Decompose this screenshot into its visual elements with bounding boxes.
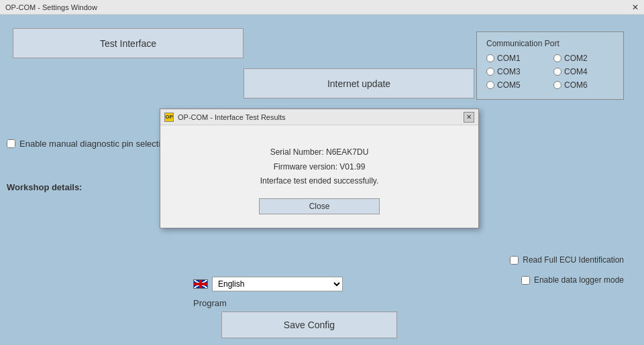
com2-radio[interactable] <box>553 54 561 62</box>
manual-diag-label[interactable]: Enable manual diagnostic pin selection <box>7 139 170 149</box>
com4-radio-item[interactable]: COM4 <box>553 67 614 76</box>
com2-radio-item[interactable]: COM2 <box>553 54 614 63</box>
window-close-button[interactable]: ✕ <box>632 3 639 12</box>
manual-diag-checkbox[interactable] <box>7 139 15 148</box>
modal-close-button[interactable]: Close <box>259 198 380 214</box>
com6-radio-item[interactable]: COM6 <box>553 80 614 90</box>
com3-label: COM3 <box>497 67 521 76</box>
manual-diag-text: Enable manual diagnostic pin selection <box>19 139 170 149</box>
title-bar: OP-COM - Settings Window ✕ <box>0 0 644 15</box>
com6-label: COM6 <box>564 80 588 90</box>
modal-close-x-button[interactable]: ✕ <box>464 112 474 123</box>
com-port-legend: Communication Port <box>486 39 614 48</box>
uk-flag-vertical <box>199 280 202 288</box>
title-bar-text: OP-COM - Settings Window <box>5 3 97 11</box>
com-port-grid: COM1 COM2 COM3 COM4 COM5 COM6 <box>486 54 614 90</box>
communication-port-panel: Communication Port COM1 COM2 COM3 COM4 C… <box>476 31 624 100</box>
com5-radio[interactable] <box>486 81 494 89</box>
read-ecu-text: Read Full ECU Identification <box>523 255 624 265</box>
main-content: Test Interface Internet update Communica… <box>0 15 644 345</box>
test-interface-button[interactable]: Test Interface <box>13 28 244 58</box>
com6-radio[interactable] <box>553 81 561 89</box>
modal-title-bar: OP OP-COM - Interface Test Results ✕ <box>160 109 478 125</box>
modal-firmware-version: Firmware version: V01.99 <box>274 160 366 175</box>
com1-radio[interactable] <box>486 54 494 62</box>
program-label: Program <box>193 298 227 308</box>
com5-label: COM5 <box>497 80 521 90</box>
com1-label: COM1 <box>497 54 521 63</box>
language-select[interactable]: English German French Spanish Italian Po… <box>212 277 343 291</box>
language-selector-wrap: English German French Spanish Italian Po… <box>193 277 343 291</box>
workshop-details-label: Workshop details: <box>7 182 82 192</box>
modal-title-left: OP OP-COM - Interface Test Results <box>164 113 286 122</box>
uk-flag-icon <box>193 279 208 289</box>
modal-title-text: OP-COM - Interface Test Results <box>178 113 286 121</box>
internet-update-button[interactable]: Internet update <box>244 68 474 98</box>
modal-app-icon: OP <box>164 113 174 122</box>
com5-radio-item[interactable]: COM5 <box>486 80 547 90</box>
data-logger-checkbox[interactable] <box>521 276 530 285</box>
com3-radio[interactable] <box>486 68 494 76</box>
com1-radio-item[interactable]: COM1 <box>486 54 547 63</box>
com2-label: COM2 <box>564 54 588 63</box>
com3-radio-item[interactable]: COM3 <box>486 67 547 76</box>
save-config-button[interactable]: Save Config <box>221 312 397 338</box>
modal-body: Serial Number: N6EAK7DU Firmware version… <box>160 125 478 228</box>
modal-serial-number: Serial Number: N6EAK7DU <box>270 145 369 160</box>
data-logger-label[interactable]: Enable data logger mode <box>521 275 624 285</box>
modal-test-result: Interface test ended successfully. <box>260 174 379 189</box>
read-ecu-label[interactable]: Read Full ECU Identification <box>510 255 624 265</box>
com4-radio[interactable] <box>553 68 561 76</box>
com4-label: COM4 <box>564 67 588 76</box>
read-ecu-checkbox[interactable] <box>510 256 519 265</box>
modal-dialog: OP OP-COM - Interface Test Results ✕ Ser… <box>160 109 479 228</box>
data-logger-text: Enable data logger mode <box>534 275 624 285</box>
